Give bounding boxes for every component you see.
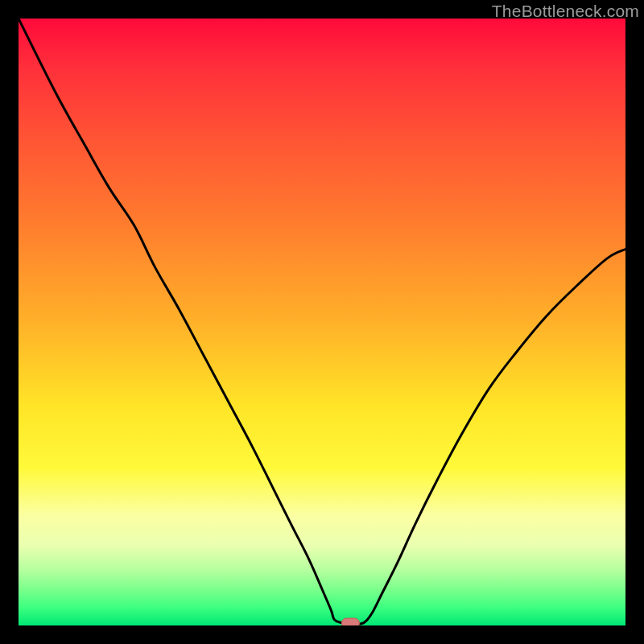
curve-layer [19, 19, 625, 625]
minimum-marker [341, 618, 359, 625]
chart-container: TheBottleneck.com [0, 0, 644, 644]
bottleneck-curve [19, 19, 625, 624]
watermark-text: TheBottleneck.com [492, 2, 639, 21]
plot-area [19, 19, 625, 625]
